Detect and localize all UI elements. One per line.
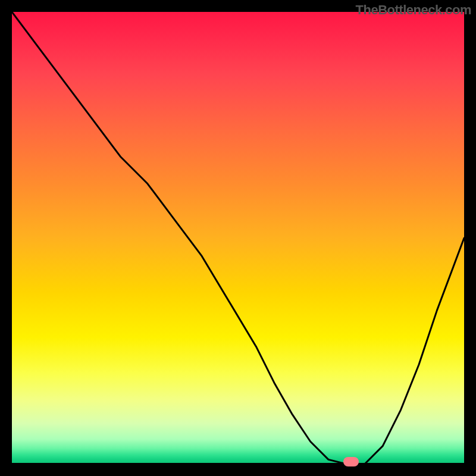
bottleneck-curve [12, 12, 464, 464]
curve-path [12, 12, 464, 464]
optimal-marker [343, 457, 359, 466]
watermark-text: TheBottleneck.com [356, 2, 471, 18]
chart-frame: TheBottleneck.com [0, 0, 476, 476]
plot-area [12, 12, 464, 464]
